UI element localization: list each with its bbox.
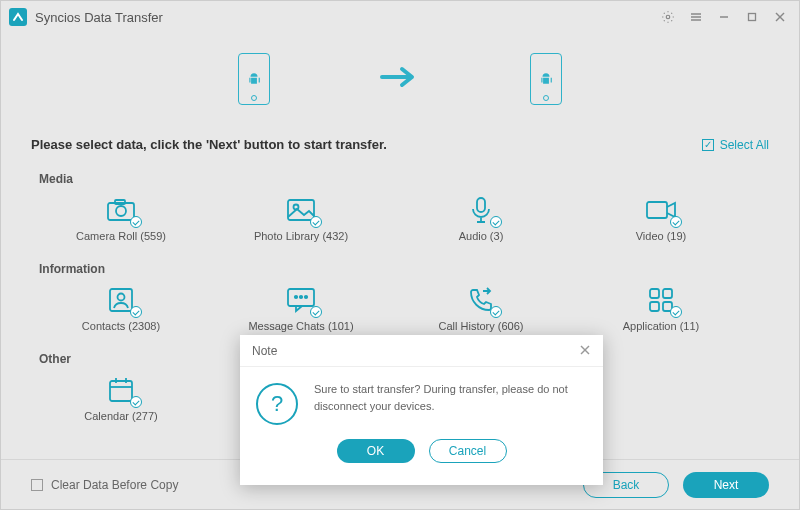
svg-rect-21 — [650, 289, 659, 298]
app-title: Syncios Data Transfer — [35, 10, 163, 25]
microphone-icon — [464, 196, 498, 224]
svg-rect-22 — [663, 289, 672, 298]
item-label: Application (11) — [623, 320, 699, 332]
close-button[interactable] — [769, 6, 791, 28]
item-label: Calendar (277) — [84, 410, 157, 422]
item-application[interactable]: Application (11) — [571, 286, 751, 332]
checkbox-checked-icon: ✓ — [702, 139, 714, 151]
app-logo-icon — [9, 8, 27, 26]
svg-point-18 — [295, 296, 297, 298]
app-window: Syncios Data Transfer — [0, 0, 800, 510]
select-all-label: Select All — [720, 138, 769, 152]
photo-icon — [284, 196, 318, 224]
item-video[interactable]: Video (19) — [571, 196, 751, 242]
apps-icon — [644, 286, 678, 314]
item-calendar[interactable]: Calendar (277) — [31, 376, 211, 422]
section-media-label: Media — [39, 172, 769, 186]
question-icon: ? — [256, 383, 298, 425]
svg-point-16 — [118, 294, 125, 301]
instruction-text: Please select data, click the 'Next' but… — [31, 137, 387, 152]
item-label: Audio (3) — [459, 230, 504, 242]
menu-icon[interactable] — [685, 6, 707, 28]
source-device-icon — [238, 53, 270, 105]
dialog-footer: OK Cancel — [240, 429, 603, 463]
svg-point-20 — [305, 296, 307, 298]
dialog-header: Note — [240, 335, 603, 367]
window-controls — [657, 6, 791, 28]
transfer-arrow-icon — [380, 65, 420, 93]
svg-rect-11 — [288, 200, 314, 220]
information-grid: Contacts (2308) Message Chats (101) Call… — [31, 286, 769, 332]
item-label: Message Chats (101) — [248, 320, 353, 332]
camera-icon — [104, 196, 138, 224]
ok-button[interactable]: OK — [337, 439, 415, 463]
maximize-button[interactable] — [741, 6, 763, 28]
next-button[interactable]: Next — [683, 472, 769, 498]
instruction-row: Please select data, click the 'Next' but… — [31, 137, 769, 152]
svg-rect-13 — [477, 198, 485, 212]
item-label: Camera Roll (559) — [76, 230, 166, 242]
item-label: Video (19) — [636, 230, 687, 242]
clear-data-checkbox[interactable]: Clear Data Before Copy — [31, 478, 178, 492]
titlebar: Syncios Data Transfer — [1, 1, 799, 33]
item-audio[interactable]: Audio (3) — [391, 196, 571, 242]
media-grid: Camera Roll (559) Photo Library (432) Au… — [31, 196, 769, 242]
svg-rect-23 — [650, 302, 659, 311]
svg-rect-5 — [749, 14, 756, 21]
message-icon — [284, 286, 318, 314]
svg-point-9 — [116, 206, 126, 216]
item-contacts[interactable]: Contacts (2308) — [31, 286, 211, 332]
phone-icon — [464, 286, 498, 314]
svg-point-19 — [300, 296, 302, 298]
dialog-message: Sure to start transfer? During transfer,… — [314, 381, 587, 425]
item-camera-roll[interactable]: Camera Roll (559) — [31, 196, 211, 242]
item-label: Call History (606) — [439, 320, 524, 332]
select-all-checkbox[interactable]: ✓ Select All — [702, 138, 769, 152]
device-row — [31, 39, 769, 119]
item-message-chats[interactable]: Message Chats (101) — [211, 286, 391, 332]
dialog-title: Note — [252, 344, 277, 358]
section-information-label: Information — [39, 262, 769, 276]
svg-rect-10 — [115, 200, 125, 204]
item-call-history[interactable]: Call History (606) — [391, 286, 571, 332]
confirm-dialog: Note ? Sure to start transfer? During tr… — [240, 335, 603, 485]
cancel-button[interactable]: Cancel — [429, 439, 507, 463]
footer-buttons: Back Next — [583, 472, 769, 498]
dialog-close-icon[interactable] — [579, 343, 591, 359]
item-label: Contacts (2308) — [82, 320, 160, 332]
item-photo-library[interactable]: Photo Library (432) — [211, 196, 391, 242]
svg-rect-25 — [110, 381, 132, 401]
gear-icon[interactable] — [657, 6, 679, 28]
checkbox-unchecked-icon — [31, 479, 43, 491]
item-label: Photo Library (432) — [254, 230, 348, 242]
clear-data-label: Clear Data Before Copy — [51, 478, 178, 492]
svg-rect-14 — [647, 202, 667, 218]
video-icon — [644, 196, 678, 224]
svg-point-0 — [666, 15, 670, 19]
minimize-button[interactable] — [713, 6, 735, 28]
dialog-body: ? Sure to start transfer? During transfe… — [240, 367, 603, 429]
calendar-icon — [104, 376, 138, 404]
contact-icon — [104, 286, 138, 314]
target-device-icon — [530, 53, 562, 105]
